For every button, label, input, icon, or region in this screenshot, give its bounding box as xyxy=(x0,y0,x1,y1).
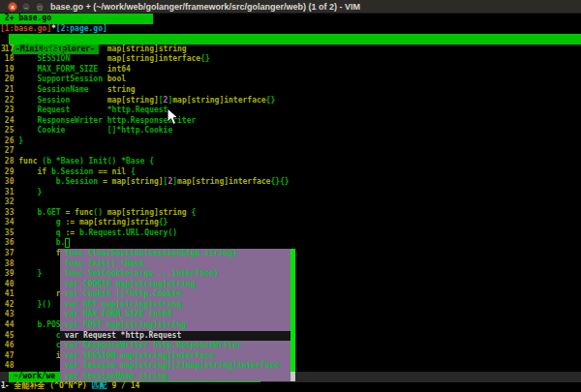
completion-item[interactable]: var MAX_FORM_SIZE int64 xyxy=(60,310,290,320)
vim-window: × – ▢ base.go + (~/work/web/golanger/fra… xyxy=(0,0,581,392)
code-text: map[string]interface xyxy=(172,96,265,105)
code-text: q xyxy=(18,228,65,237)
code-text: Cookie []*http.Cookie xyxy=(18,126,172,135)
tab-label[interactable]: 2+ base.go xyxy=(0,14,153,24)
completion-item[interactable]: var SessionName string xyxy=(60,372,290,382)
code-line[interactable]: 36 b. xyxy=(0,238,581,249)
code-text: b.GET xyxy=(18,208,65,217)
completion-item[interactable]: func ClearSession(sessionSign string) xyxy=(60,249,290,259)
code-text: = xyxy=(103,177,112,186)
code-line[interactable]: 29 if b.Session == nil { xyxy=(0,167,581,178)
minimize-icon[interactable]: – xyxy=(21,2,31,12)
code-line[interactable]: 23 Request *http.Request xyxy=(0,106,581,116)
completion-item[interactable]: var COOKIE map[string]string xyxy=(60,280,290,290)
line-number: 40 xyxy=(0,280,18,288)
titlebar: × – ▢ base.go + (~/work/web/golanger/fra… xyxy=(0,0,581,14)
line-number: 39 xyxy=(0,269,18,278)
line-number: 20 xyxy=(0,75,18,83)
code-line[interactable]: 25 Cookie []*http.Cookie xyxy=(0,126,581,136)
code-text: b.Request.URL.Query() xyxy=(79,228,177,237)
cmdline-dashes: -- xyxy=(0,381,14,390)
mouse-pointer-icon xyxy=(167,107,179,126)
code-text: {} xyxy=(200,54,210,63)
code-text: { xyxy=(131,167,136,176)
line-number: 21 xyxy=(0,85,18,94)
code-text: g xyxy=(18,218,65,226)
line-number: 28 xyxy=(0,157,18,166)
cmdline-match-label: 匹配 xyxy=(92,381,112,390)
completion-item[interactable]: var SESSION map[string]interface xyxy=(60,351,290,362)
code-line[interactable]: 31 } xyxy=(0,188,581,198)
code-line[interactable]: 34 g := map[string]string{} xyxy=(0,218,581,228)
code-text: map[string]string xyxy=(107,45,187,53)
completion-item[interactable]: func Init() *Base xyxy=(60,259,290,270)
popup-scrollbar-thumb[interactable] xyxy=(290,249,295,372)
code-line[interactable]: 22 Session map[string][2]map[string]inte… xyxy=(0,96,581,106)
line-number: 32 xyxy=(0,197,18,206)
code-text: := xyxy=(65,228,78,237)
line-number: 29 xyxy=(0,167,18,176)
line-number: 24 xyxy=(0,116,18,125)
completion-item[interactable]: var POST map[string]string xyxy=(60,320,290,331)
buffer-item-base-go[interactable]: [1:base.go] xyxy=(0,24,51,33)
line-number: 18 xyxy=(0,54,18,63)
code-text: } xyxy=(18,269,42,278)
code-text: map[string]interface xyxy=(107,54,200,63)
completion-item[interactable]: var Cookie []*http.Cookie xyxy=(60,289,290,300)
buffer-list: [1:base.go]*[2:page.go] xyxy=(0,24,581,35)
code-text: Request *http.Request xyxy=(18,106,168,114)
code-text: map[string]string xyxy=(79,218,159,226)
code-text: (b *Base) Init() *Base { xyxy=(42,157,154,166)
code-text: }() xyxy=(18,300,51,309)
line-number: 42 xyxy=(0,300,18,309)
code-text: int64 xyxy=(107,65,131,74)
line-number: 23 xyxy=(0,106,18,114)
popup-scrollbar-track[interactable] xyxy=(290,372,295,382)
code-text: i xyxy=(18,351,60,360)
mbe-statusline: 3 -MiniBufExplorer- [-][none,utf-8,unix]… xyxy=(0,34,581,45)
code-line[interactable]: 18 SESSION map[string]interface{} xyxy=(0,54,581,65)
line-number: 43 xyxy=(0,310,18,318)
completion-item[interactable]: var ResponseWriter http.ResponseWriter xyxy=(60,341,290,351)
code-text: {} xyxy=(266,96,276,105)
code-line[interactable]: 30 b.Session = map[string][2]map[string]… xyxy=(0,177,581,188)
code-text: { xyxy=(187,208,197,217)
code-line[interactable]: 28 func (b *Base) Init() *Base { xyxy=(0,157,581,167)
line-number: 46 xyxy=(0,341,18,349)
code-line[interactable]: 35 q := b.Request.URL.Query() xyxy=(0,228,581,239)
line-number: 41 xyxy=(0,289,18,298)
cursor-block xyxy=(65,238,70,248)
code-line[interactable]: 27 xyxy=(0,146,581,157)
maximize-icon[interactable]: ▢ xyxy=(35,2,45,12)
line-number: 26 xyxy=(0,136,18,145)
tabline: 2+ base.go xyxy=(0,14,581,24)
popup-scrollbar[interactable] xyxy=(290,249,295,381)
command-line: -- 全能补全 (^O^N^P) 匹配 9 / 14 xyxy=(0,381,581,392)
code-text: if xyxy=(38,167,51,176)
line-number: 27 xyxy=(0,146,18,155)
code-line[interactable]: 32 xyxy=(0,197,581,208)
completion-item[interactable]: func SetCookie(args ...interface) xyxy=(60,269,290,280)
code-text: = xyxy=(65,208,75,217)
code-line[interactable]: 20 SupportSession bool xyxy=(0,75,581,85)
code-text xyxy=(18,167,37,176)
line-number: 48 xyxy=(0,361,18,370)
buffer-item-page-go[interactable]: [2:page.go] xyxy=(56,24,107,33)
line-number: 37 xyxy=(0,249,18,257)
code-line[interactable]: 26 } xyxy=(0,136,581,147)
code-line[interactable]: 21 SessionName string xyxy=(0,85,581,96)
line-number: 22 xyxy=(0,96,18,105)
completion-item[interactable]: var GET map[string]string xyxy=(60,300,290,311)
code-text: map[string]string xyxy=(107,208,187,217)
code-text: := xyxy=(65,218,78,226)
line-number: 35 xyxy=(0,228,18,237)
code-text: map[string] xyxy=(112,177,164,186)
code-text: map[string] xyxy=(107,96,159,105)
completion-item[interactable]: var Session map[string][2]map[string]int… xyxy=(60,361,290,372)
close-icon[interactable]: × xyxy=(8,2,17,12)
completion-item[interactable]: var Request *http.Request xyxy=(60,331,290,342)
completion-popup: func ClearSession(sessionSign string) fu… xyxy=(60,249,295,381)
code-text: () xyxy=(93,208,107,217)
code-text: bool xyxy=(107,75,126,83)
window-title: base.go + (~/work/web/golanger/framework… xyxy=(50,2,360,12)
